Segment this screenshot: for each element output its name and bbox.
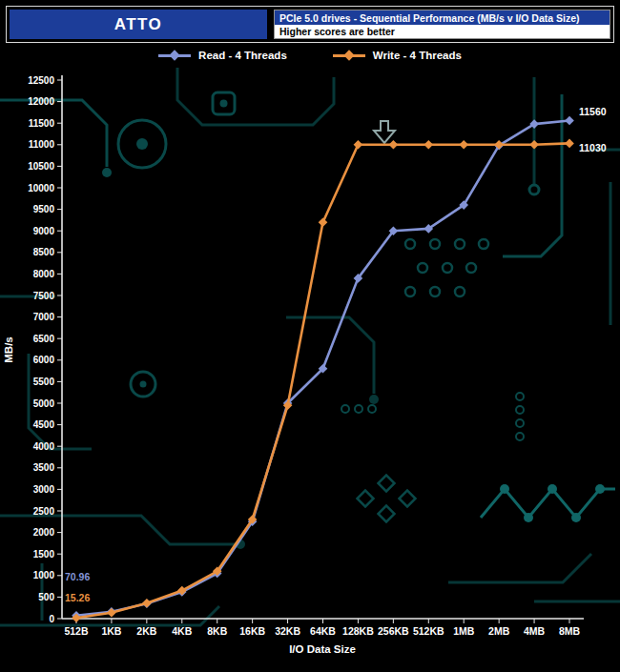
data-value-label: 11030 [579,142,607,153]
y-tick-label: 5500 [33,377,55,387]
data-point-marker [319,217,328,227]
y-tick-label: 500 [38,592,54,602]
x-tick-label: 8MB [559,625,581,637]
y-tick-label: 8500 [33,247,55,257]
y-tick-label: 3000 [33,484,55,495]
y-tick-label: 6500 [33,334,55,344]
y-tick-label: 12500 [28,75,54,86]
legend-item-write: Write - 4 Threads [333,50,462,61]
y-tick-label: 6000 [33,355,55,365]
header: ATTO PCIe 5.0 drives - Sequential Perfor… [6,6,614,43]
y-tick-label: 2500 [33,506,55,517]
y-axis-title: MB/s [3,336,14,362]
data-value-label: 70.96 [65,571,90,582]
write-series-line [76,143,569,618]
data-value-label: 11560 [579,106,607,117]
data-point-marker [424,140,433,150]
y-tick-label: 4500 [33,419,55,430]
y-tick-label: 10000 [28,183,54,193]
x-tick-label: 128KB [342,625,374,637]
y-tick-label: 12000 [28,96,54,107]
performance-chart: 0500100015002000250030003500400045005000… [0,68,620,670]
read-line-marker-icon [158,54,191,57]
x-tick-label: 512KB [413,625,444,637]
x-tick-label: 256KB [378,625,409,637]
x-tick-label: 4MB [524,625,546,637]
title-box: PCIe 5.0 drives - Sequential Performance… [274,10,610,39]
x-tick-label: 1MB [453,625,475,637]
chart-subtitle: Higher scores are better [275,25,610,38]
data-point-marker [565,139,574,149]
data-value-label: 15.26 [65,592,90,603]
x-axis-title: I/O Data Size [289,643,356,655]
data-point-marker [529,140,539,150]
legend-label-read: Read - 4 Threads [198,50,287,61]
y-tick-label: 7500 [33,291,55,301]
data-point-marker [565,116,574,126]
data-point-marker [354,140,363,150]
data-point-marker [494,140,504,150]
x-tick-label: 32KB [275,625,300,637]
y-tick-label: 11000 [29,139,55,150]
data-point-marker [142,599,152,608]
x-tick-label: 512B [64,625,89,637]
y-tick-label: 8000 [33,269,55,279]
data-point-marker [389,140,399,150]
x-tick-label: 16KB [239,625,265,637]
x-tick-label: 8KB [207,625,227,637]
x-tick-label: 2MB [488,625,510,637]
legend-item-read: Read - 4 Threads [158,50,287,61]
y-tick-label: 11500 [29,118,55,129]
legend-label-write: Write - 4 Threads [373,50,462,61]
y-tick-label: 2000 [33,527,55,538]
atto-logo: ATTO [10,10,267,39]
atto-benchmark-page: ATTO PCIe 5.0 drives - Sequential Perfor… [0,0,620,672]
y-tick-label: 10500 [28,161,54,172]
y-tick-label: 1000 [33,570,55,580]
chart-legend: Read - 4 Threads Write - 4 Threads [0,43,620,68]
plot-area: 0500100015002000250030003500400045005000… [28,75,607,638]
x-tick-label: 64KB [310,625,336,637]
write-line-marker-icon [333,54,365,57]
down-arrow-icon [374,121,395,143]
x-tick-label: 4KB [172,625,192,637]
y-tick-label: 9000 [33,226,55,236]
chart-title: PCIe 5.0 drives - Sequential Performance… [275,10,610,25]
y-tick-label: 7000 [33,312,55,322]
x-tick-label: 1KB [101,625,121,637]
x-tick-label: 2KB [136,625,156,637]
data-point-marker [459,140,468,150]
y-tick-label: 5000 [33,398,55,409]
y-tick-label: 9500 [33,204,55,214]
data-point-marker [107,608,116,618]
y-tick-label: 4000 [33,441,55,452]
y-tick-label: 0 [49,614,54,624]
circuit-board-decoration [0,68,620,625]
y-tick-label: 1500 [33,549,55,560]
y-tick-label: 3500 [33,462,55,473]
